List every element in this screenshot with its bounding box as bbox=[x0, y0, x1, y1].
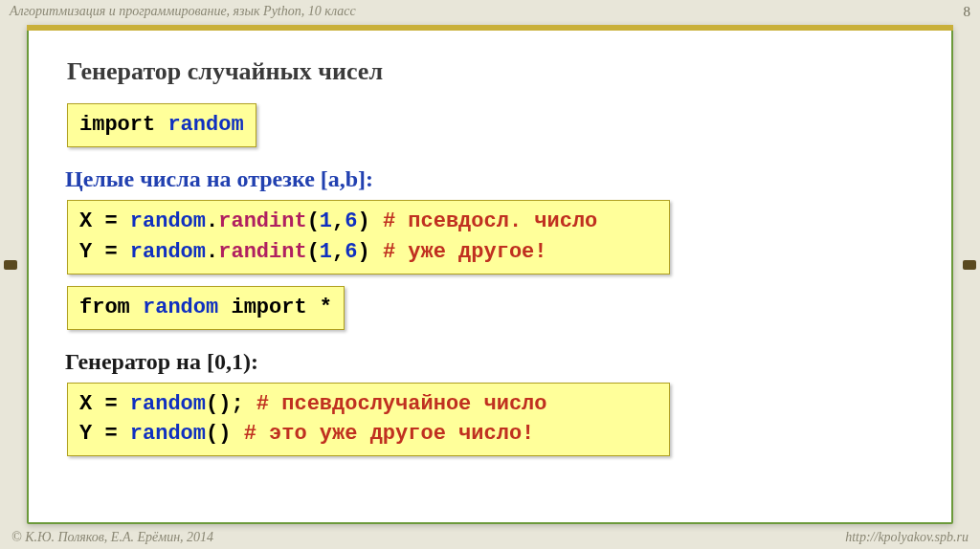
code-token: ( bbox=[307, 209, 320, 233]
code-token: random bbox=[130, 240, 206, 264]
code-token: * bbox=[320, 296, 332, 319]
code-token: # это уже другое число! bbox=[244, 422, 535, 446]
subtitle-int-range: Целые числа на отрезке [a,b]: bbox=[65, 166, 915, 192]
gold-strip bbox=[27, 25, 953, 31]
code-token: Y bbox=[79, 240, 92, 264]
code-token: . bbox=[206, 240, 218, 264]
code-token: ( bbox=[307, 240, 320, 264]
code-token: . bbox=[206, 209, 218, 233]
code-token: random bbox=[143, 296, 231, 319]
code-token: 1 bbox=[320, 209, 332, 233]
code-token: random bbox=[167, 113, 243, 137]
slide-page: Алгоритмизация и программирование, язык … bbox=[0, 0, 980, 549]
code-token: import bbox=[79, 113, 167, 137]
code-token: random bbox=[130, 422, 206, 446]
code-token: # псевдослучайное число bbox=[256, 392, 547, 416]
code-token: randint bbox=[218, 209, 306, 233]
code-token: # уже другое! bbox=[383, 240, 547, 264]
slide-content: Генератор случайных чисел import random … bbox=[65, 43, 915, 513]
code-import-random: import random bbox=[67, 103, 256, 147]
code-from-import: from random import * bbox=[67, 286, 345, 330]
code-token: import bbox=[231, 296, 319, 319]
footer-bar: © К.Ю. Поляков, Е.А. Ерёмин, 2014 http:/… bbox=[0, 526, 980, 549]
code-token: 6 bbox=[345, 240, 357, 264]
code-token: random bbox=[130, 392, 206, 416]
header-bar: Алгоритмизация и программирование, язык … bbox=[0, 0, 980, 23]
footer-left: © К.Ю. Поляков, Е.А. Ерёмин, 2014 bbox=[11, 530, 213, 545]
code-token: 6 bbox=[345, 209, 357, 233]
code-token: , bbox=[332, 240, 345, 264]
code-token: (); bbox=[206, 392, 256, 416]
code-token: from bbox=[79, 296, 143, 319]
code-token: Y bbox=[79, 422, 92, 446]
code-randint: X = random.randint(1,6) # псевдосл. числ… bbox=[67, 200, 670, 274]
code-token: = bbox=[92, 240, 130, 264]
code-token: = bbox=[92, 209, 130, 233]
code-token: X bbox=[79, 209, 92, 233]
knob-right-icon bbox=[963, 260, 976, 270]
code-token: # псевдосл. число bbox=[383, 209, 597, 233]
code-token: ) bbox=[357, 209, 382, 233]
code-random-float: X = random(); # псевдослучайное числоY =… bbox=[67, 383, 670, 457]
slide-title: Генератор случайных чисел bbox=[67, 57, 915, 86]
code-token: ) bbox=[357, 240, 382, 264]
code-token: , bbox=[332, 209, 345, 233]
code-token: random bbox=[130, 209, 206, 233]
code-token: randint bbox=[218, 240, 306, 264]
code-token: X bbox=[79, 392, 92, 416]
code-token: 1 bbox=[320, 240, 332, 264]
subtitle-float-range: Генератор на [0,1): bbox=[65, 349, 915, 375]
page-number: 8 bbox=[964, 4, 971, 20]
header-left: Алгоритмизация и программирование, язык … bbox=[10, 4, 356, 19]
footer-right: http://kpolyakov.spb.ru bbox=[845, 530, 969, 545]
code-token: = bbox=[92, 422, 130, 446]
code-token: () bbox=[206, 422, 244, 446]
knob-left-icon bbox=[4, 260, 17, 270]
code-token: = bbox=[92, 392, 130, 416]
